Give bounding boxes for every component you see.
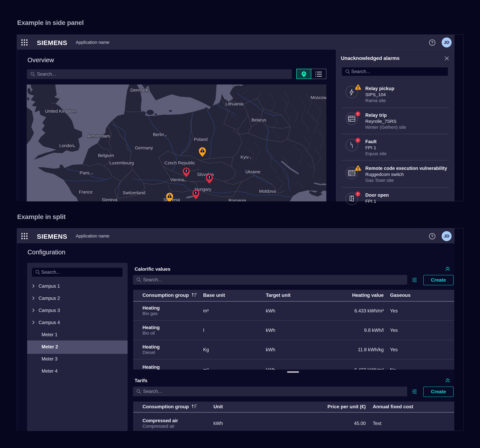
svg-text:Paris: Paris bbox=[80, 170, 90, 175]
svg-text:Moscow: Moscow bbox=[311, 95, 326, 100]
svg-text:Belgium: Belgium bbox=[98, 153, 114, 158]
svg-text:London: London bbox=[59, 143, 74, 148]
svg-text:Belarus: Belarus bbox=[251, 118, 266, 122]
svg-text:Romania: Romania bbox=[228, 198, 246, 201]
svg-text:Ukraine: Ukraine bbox=[245, 169, 261, 174]
svg-text:Czech Republic: Czech Republic bbox=[164, 161, 195, 165]
svg-text:Moldova: Moldova bbox=[259, 189, 276, 194]
svg-text:Luxembourg: Luxembourg bbox=[109, 161, 134, 165]
svg-text:Lithuania: Lithuania bbox=[226, 101, 243, 106]
svg-text:Geneva: Geneva bbox=[102, 197, 117, 201]
svg-text:United Kingdom: United Kingdom bbox=[45, 109, 76, 114]
svg-text:Kyiv: Kyiv bbox=[240, 155, 249, 160]
svg-text:Latvia: Latvia bbox=[231, 84, 243, 87]
svg-text:?: ? bbox=[431, 40, 433, 45]
svg-text:Vienna: Vienna bbox=[170, 177, 184, 182]
svg-text:Amsterdam: Amsterdam bbox=[87, 134, 110, 139]
svg-text:Poland: Poland bbox=[194, 137, 208, 142]
svg-text:Germany: Germany bbox=[135, 146, 153, 150]
svg-text:Denmark: Denmark bbox=[130, 88, 148, 92]
svg-text:?: ? bbox=[431, 234, 433, 238]
svg-text:France: France bbox=[79, 189, 92, 194]
svg-text:Berlin: Berlin bbox=[153, 132, 164, 137]
svg-text:Switzerland: Switzerland bbox=[123, 190, 145, 195]
